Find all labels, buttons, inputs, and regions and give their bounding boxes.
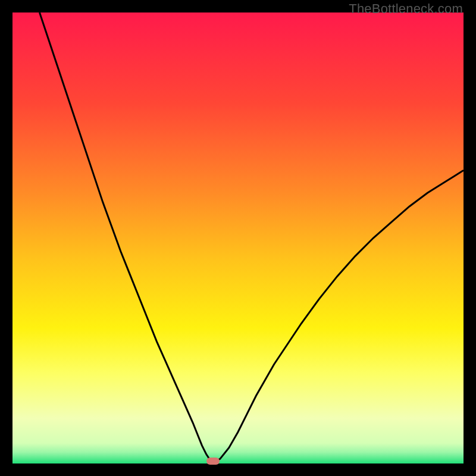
chart-frame	[12, 12, 464, 464]
watermark-text: TheBottleneck.com	[349, 1, 463, 17]
bottleneck-chart	[12, 12, 464, 464]
chart-background	[12, 12, 464, 464]
optimal-point-marker	[206, 458, 220, 465]
